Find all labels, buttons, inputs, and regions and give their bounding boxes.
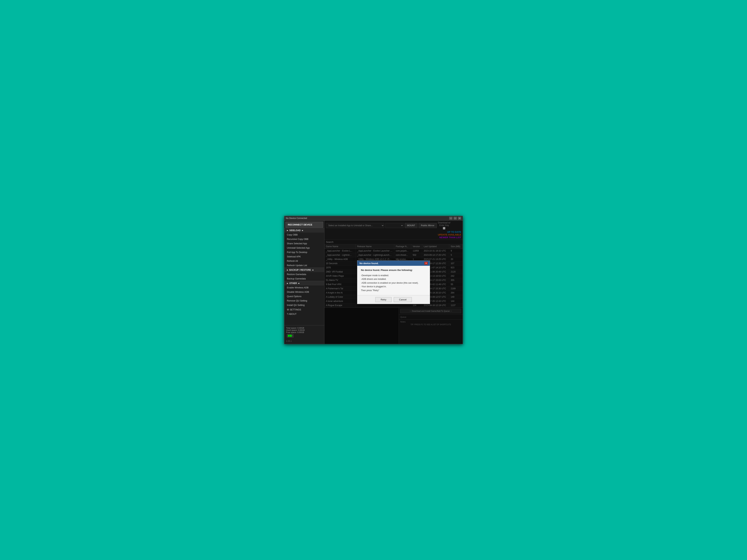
battery-section: z [286, 334, 323, 338]
battery-indicator: z [287, 334, 293, 338]
sidebar-item-about[interactable]: ? ABOUT [284, 312, 324, 316]
sidebar-item-remove-qu-setting[interactable]: Remove QU Setting [284, 299, 324, 303]
modal-title-bar: No device found. ✕ [357, 261, 430, 266]
sidebar-item-disable-wireless-adb[interactable]: Disable Wireless ADB [284, 290, 324, 294]
window-controls: ─ □ ✕ [449, 217, 461, 220]
sidebar: RECONNECT DEVICE ► SIDELOAD ◄ Copy OBB R… [284, 220, 325, 344]
sidebar-item-sideload-apk[interactable]: Sideload APK [284, 255, 324, 259]
other-section-header[interactable]: ► OTHER ◄ [284, 281, 324, 286]
used-space-label: Used space: 0.00GB [286, 329, 323, 331]
battery-tip [292, 335, 292, 336]
sidebar-item-settings[interactable]: ⚙ SETTINGS [284, 308, 324, 312]
modal-dialog: No device found. ✕ No device found. Plea… [357, 261, 430, 304]
window-title: No Device Connected [286, 217, 307, 219]
instruction-line: -ADB drivers are installed. [361, 277, 426, 281]
modal-footer: Retry Cancel [357, 295, 430, 304]
instruction-line: -Your device is plugged in. [361, 285, 426, 288]
cancel-button[interactable]: Cancel [394, 297, 412, 302]
sidebar-item-restore-gamedata[interactable]: Restore Gamedata [284, 272, 324, 276]
main-layout: RECONNECT DEVICE ► SIDELOAD ◄ Copy OBB R… [284, 220, 463, 344]
sidebar-item-backup-gamedata[interactable]: Backup Gamedata [284, 276, 324, 281]
sidebar-item-share-selected-app[interactable]: Share Selected App [284, 241, 324, 246]
sidebar-item-refresh-all[interactable]: Refresh All [284, 259, 324, 263]
sidebar-item-quest-options[interactable]: Quest Options [284, 294, 324, 299]
instruction-line: -Developer mode is enabled. [361, 274, 426, 277]
modal-body: No device found. Please ensure the follo… [357, 266, 430, 295]
instruction-line: -ADB connection is enabled on your devic… [361, 281, 426, 285]
minimize-button[interactable]: ─ [449, 217, 453, 220]
sidebar-item-copy-obb[interactable]: Copy OBB [284, 233, 324, 237]
sidebar-footer: Total space: 0.00GB Used space: 0.00GB F… [284, 325, 324, 339]
retry-button[interactable]: Retry [375, 297, 391, 302]
modal-heading: No device found. Please ensure the follo… [361, 269, 426, 271]
version-label: 2.25.1 [284, 339, 324, 343]
free-space-label: Free space: 0.00GB [286, 331, 323, 334]
sidebar-item-refresh-update-list[interactable]: Refresh Update List [284, 263, 324, 268]
modal-close-button[interactable]: ✕ [424, 262, 428, 265]
battery-icon: z [288, 335, 292, 337]
modal-overlay: No device found. ✕ No device found. Plea… [325, 220, 463, 344]
total-space-label: Total space: 0.00GB [286, 327, 323, 329]
close-button[interactable]: ✕ [458, 217, 461, 220]
sidebar-item-uninstall-selected-app[interactable]: Uninstall Selected App [284, 246, 324, 250]
backup-restore-section-header[interactable]: ► BACKUP / RESTORE ◄ [284, 268, 324, 272]
modal-instructions: -Developer mode is enabled.-ADB drivers … [361, 274, 426, 292]
sidebar-item-enable-wireless-adb[interactable]: Enable Wireless ADB [284, 286, 324, 290]
main-content: Select an Installed App to Uninstall or … [325, 220, 463, 344]
sidebar-item-install-qu-setting[interactable]: Install QU Setting [284, 303, 324, 308]
main-window: No Device Connected ─ □ ✕ RECONNECT DEVI… [284, 216, 463, 344]
instruction-line: Then press "Retry" [361, 289, 426, 292]
modal-title: No device found. [359, 262, 379, 265]
title-bar: No Device Connected ─ □ ✕ [284, 216, 463, 220]
sidebar-item-pull-app-to-desktop[interactable]: Pull App To Desktop [284, 250, 324, 255]
maximize-button[interactable]: □ [454, 217, 457, 220]
reconnect-device-button[interactable]: RECONNECT DEVICE [285, 222, 323, 228]
sideload-section-header[interactable]: ► SIDELOAD ◄ [284, 228, 324, 233]
sidebar-item-recursive-copy-obb[interactable]: Recursive Copy OBB [284, 237, 324, 241]
